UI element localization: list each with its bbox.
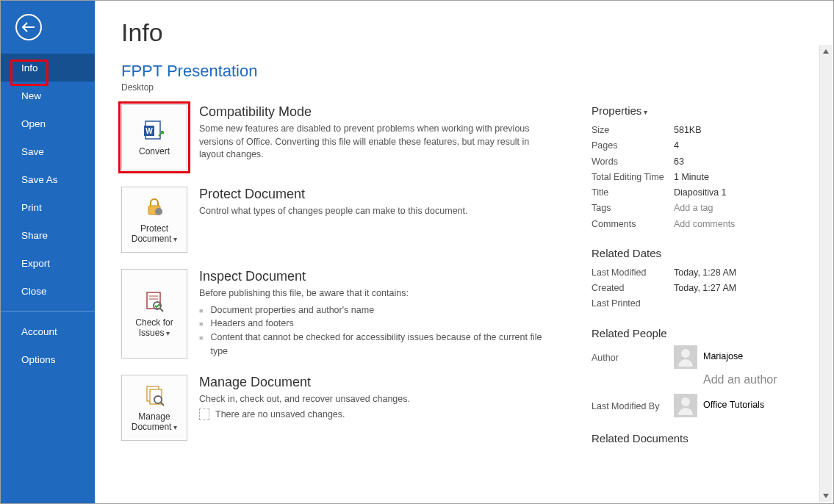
related-dates-heading: Related Dates bbox=[592, 247, 805, 259]
inspect-heading: Inspect Document bbox=[199, 269, 552, 284]
sidebar-item-info[interactable]: Info bbox=[1, 54, 95, 82]
sidebar-item-options[interactable]: Options bbox=[1, 345, 95, 373]
date-row: CreatedToday, 1:27 AM bbox=[592, 281, 805, 296]
compatibility-heading: Compatibility Mode bbox=[199, 104, 552, 120]
svg-line-19 bbox=[161, 403, 164, 406]
date-row: Last ModifiedToday, 1:28 AM bbox=[592, 265, 805, 281]
word-backstage-window: FPPT Presentation.doc [Compatibility Mod… bbox=[0, 0, 834, 504]
manage-button-label: Manage Document bbox=[125, 411, 184, 432]
check-issues-label: Check for Issues bbox=[125, 317, 184, 338]
inspect-item: Headers and footers bbox=[199, 317, 552, 331]
compatibility-desc: Some new features are disabled to preven… bbox=[199, 123, 552, 162]
sidebar-item-save[interactable]: Save bbox=[1, 137, 95, 165]
inspect-item: Content that cannot be checked for acces… bbox=[199, 331, 552, 359]
sidebar-item-account[interactable]: Account bbox=[1, 317, 95, 345]
svg-text:W: W bbox=[145, 127, 153, 135]
sidebar-separator bbox=[1, 311, 95, 312]
modified-by-name[interactable]: Office Tutorials bbox=[703, 398, 764, 412]
sidebar-item-new[interactable]: New bbox=[1, 82, 95, 109]
property-row: CommentsAdd comments bbox=[592, 217, 805, 232]
svg-marker-20 bbox=[823, 49, 829, 54]
scroll-down-arrow[interactable] bbox=[820, 489, 832, 502]
svg-rect-10 bbox=[158, 212, 162, 213]
sidebar-item-print[interactable]: Print bbox=[1, 193, 95, 221]
back-button[interactable] bbox=[15, 14, 42, 40]
author-name[interactable]: Mariajose bbox=[703, 350, 743, 364]
avatar-icon bbox=[674, 345, 697, 369]
inspect-block: Check for Issues Inspect Document Before… bbox=[121, 269, 577, 359]
inspect-desc: Before publishing this file, be aware th… bbox=[199, 287, 552, 300]
property-row: TitleDiapositiva 1 bbox=[592, 185, 805, 201]
related-people-heading: Related People bbox=[592, 327, 805, 339]
property-row: Words63 bbox=[592, 154, 805, 170]
avatar-icon bbox=[674, 394, 697, 417]
add-author-field[interactable]: Add an author bbox=[703, 373, 805, 386]
convert-button-label: Convert bbox=[139, 146, 170, 156]
property-row: TagsAdd a tag bbox=[592, 201, 805, 216]
properties-heading[interactable]: Properties bbox=[592, 104, 805, 117]
manage-desc: Check in, check out, and recover unsaved… bbox=[199, 393, 410, 406]
document-location: Desktop bbox=[121, 82, 833, 93]
compatibility-block: W Convert Compatibility Mode Some new fe… bbox=[121, 104, 577, 170]
related-documents-heading: Related Documents bbox=[592, 432, 805, 444]
check-issues-button[interactable]: Check for Issues bbox=[121, 269, 187, 359]
svg-marker-21 bbox=[823, 494, 829, 498]
vertical-scrollbar[interactable] bbox=[819, 45, 832, 502]
property-row: Size581KB bbox=[592, 123, 805, 138]
info-right-column: Properties Size581KB Pages4 Words63 Tota… bbox=[592, 104, 805, 457]
sidebar-item-share[interactable]: Share bbox=[1, 221, 95, 249]
lock-icon bbox=[143, 195, 166, 219]
modified-by-row: Last Modified By Office Tutorials bbox=[592, 394, 805, 417]
document-title: FPPT Presentation bbox=[121, 62, 833, 81]
protect-block: Protect Document Protect Document Contro… bbox=[121, 187, 577, 253]
manage-heading: Manage Document bbox=[199, 375, 410, 390]
document-icon bbox=[199, 408, 209, 420]
property-row: Total Editing Time1 Minute bbox=[592, 170, 805, 185]
manage-block: Manage Document Manage Document Check in… bbox=[121, 375, 577, 441]
svg-line-15 bbox=[160, 309, 163, 312]
protect-button-label: Protect Document bbox=[125, 223, 184, 244]
sidebar-item-saveas[interactable]: Save As bbox=[1, 165, 95, 193]
protect-document-button[interactable]: Protect Document bbox=[121, 187, 187, 253]
page-title: Info bbox=[121, 18, 833, 47]
date-row: Last Printed bbox=[592, 296, 805, 312]
author-row: Author Mariajose bbox=[592, 345, 805, 369]
manage-document-button[interactable]: Manage Document bbox=[121, 375, 187, 441]
no-unsaved-changes: There are no unsaved changes. bbox=[199, 408, 410, 420]
sidebar-item-export[interactable]: Export bbox=[1, 249, 95, 277]
protect-desc: Control what types of changes people can… bbox=[199, 205, 468, 218]
convert-icon: W bbox=[143, 118, 166, 142]
convert-button[interactable]: W Convert bbox=[121, 104, 187, 170]
inspect-icon bbox=[143, 289, 166, 313]
scroll-up-arrow[interactable] bbox=[820, 45, 832, 57]
property-row: Pages4 bbox=[592, 138, 805, 154]
info-left-column: W Convert Compatibility Mode Some new fe… bbox=[121, 104, 577, 457]
sidebar-item-open[interactable]: Open bbox=[1, 109, 95, 137]
protect-heading: Protect Document bbox=[199, 187, 468, 202]
backstage-content: Info FPPT Presentation Desktop W Convert… bbox=[95, 1, 833, 503]
manage-icon bbox=[143, 384, 166, 407]
backstage-sidebar: Info New Open Save Save As Print Share E… bbox=[1, 1, 95, 503]
inspect-item: Document properties and author's name bbox=[199, 303, 552, 317]
sidebar-item-close[interactable]: Close bbox=[1, 277, 95, 305]
